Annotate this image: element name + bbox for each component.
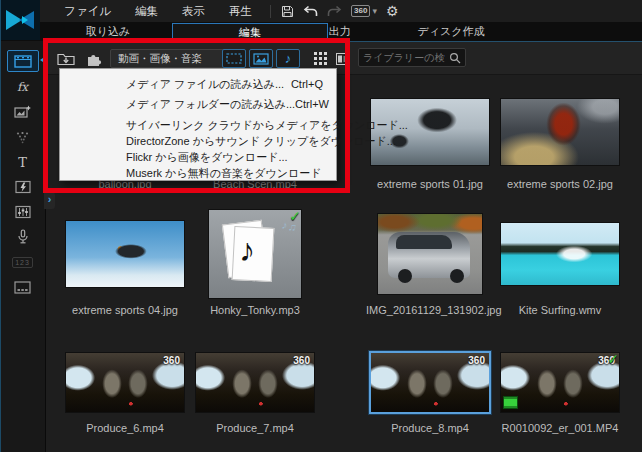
media-room-icon xyxy=(14,55,32,68)
media-thumbnail[interactable]: ♪ ♪♫ ✓ xyxy=(209,210,301,298)
photo-filter-icon xyxy=(253,53,269,65)
mode-360-dropdown[interactable]: 360 ▾ xyxy=(351,2,377,20)
media-item-label: extreme sports 04.jpg xyxy=(61,304,189,316)
media-thumbnail[interactable]: 360 xyxy=(196,353,314,412)
in-timeline-icon xyxy=(503,396,518,409)
powerdirector-logo xyxy=(0,0,40,40)
video-filter-icon xyxy=(226,53,242,64)
import-media-menu: メディア ファイルの読み込み... Ctrl+Q メディア フォルダーの読み込み… xyxy=(59,68,337,181)
chevron-down-icon: ▾ xyxy=(372,6,377,16)
media-item-selected[interactable]: 360 Produce_8.mp4 xyxy=(366,344,494,434)
media-item[interactable]: extreme sports 02.jpg xyxy=(496,88,624,190)
menu-item-download-from-flickr[interactable]: Flickr から画像をダウンロード... xyxy=(60,149,336,165)
grid-view-icon xyxy=(314,52,327,65)
title-T-icon: T xyxy=(18,155,27,170)
subtitle-icon xyxy=(14,281,31,294)
media-item[interactable]: extreme sports 04.jpg xyxy=(61,206,189,316)
check-icon: ✓ xyxy=(607,351,619,367)
music-note-icon: ♪ xyxy=(285,52,292,65)
tab-create-disc[interactable]: ディスク作成 xyxy=(392,23,510,40)
gear-icon[interactable]: ⚙ xyxy=(386,2,399,20)
save-icon[interactable] xyxy=(281,2,294,20)
media-item[interactable]: 360 Produce_6.mp4 xyxy=(61,344,189,434)
fx-icon: fx xyxy=(17,80,28,94)
media-thumbnail[interactable] xyxy=(501,223,619,285)
subtitle-room-button[interactable] xyxy=(8,277,38,297)
puzzle-piece-icon xyxy=(86,51,103,67)
filter-music-button[interactable]: ♪ xyxy=(276,49,300,68)
media-item-label: Produce_8.mp4 xyxy=(366,422,494,434)
media-item[interactable]: ♪ ♪♫ ✓ Honky_Tonky.mp3 xyxy=(191,206,319,316)
chapter-room-button[interactable]: 123 xyxy=(8,252,38,272)
module-tab-bar: 取り込み 編集 出力 ディスク作成 xyxy=(0,22,642,41)
pip-objects-room-button[interactable] xyxy=(8,102,38,122)
title-bar: ファイル 編集 表示 再生 360 ▾ ⚙ xyxy=(0,0,642,22)
filter-video-button[interactable] xyxy=(222,49,246,68)
media-item-label: extreme sports 02.jpg xyxy=(496,178,624,190)
badge-360: 360 xyxy=(163,355,180,366)
menu-item-download-from-muserk[interactable]: Muserk から無料の音楽をダウンロード xyxy=(60,165,336,181)
menu-play[interactable]: 再生 xyxy=(217,4,264,19)
badge-360: 360 xyxy=(293,355,310,366)
check-icon: ✓ xyxy=(289,208,301,224)
media-item-label: Produce_6.mp4 xyxy=(61,422,189,434)
room-sidebar: fx T xyxy=(0,41,46,452)
media-thumbnail[interactable]: 360 ✓ xyxy=(501,353,619,412)
filter-photo-button[interactable] xyxy=(249,49,273,68)
media-room-button[interactable] xyxy=(7,50,39,72)
toolbar-divider xyxy=(270,5,271,18)
media-thumbnail[interactable]: 360 xyxy=(371,353,489,412)
media-item[interactable]: IMG_20161129_131902.jpg xyxy=(366,206,494,316)
search-input[interactable] xyxy=(359,52,449,63)
audio-mixing-room-button[interactable] xyxy=(8,202,38,222)
particle-icon xyxy=(15,131,30,144)
menu-file[interactable]: ファイル xyxy=(52,4,123,19)
list-view-icon xyxy=(336,53,350,65)
badge-360: 360 xyxy=(468,355,485,366)
title-room-button[interactable]: T xyxy=(8,152,38,172)
transition-room-button[interactable] xyxy=(8,177,38,197)
menu-item-import-media-files[interactable]: メディア ファイルの読み込み... Ctrl+Q xyxy=(60,74,336,94)
pip-object-icon xyxy=(14,105,31,119)
plugins-button[interactable] xyxy=(83,49,105,68)
media-item[interactable]: 360 Produce_7.mp4 xyxy=(191,344,319,434)
music-note-icon: ♪ xyxy=(239,234,255,266)
menu-item-download-from-cyberlink-cloud[interactable]: サイバーリンク クラウドからメディアをダウンロード... xyxy=(60,117,336,133)
chapter-123-icon: 123 xyxy=(12,257,33,268)
search-icon[interactable] xyxy=(449,52,461,64)
media-item-label: R0010092_er_001.MP4 xyxy=(496,422,624,434)
import-media-button[interactable] xyxy=(55,49,77,68)
menu-bar: ファイル 編集 表示 再生 360 ▾ ⚙ xyxy=(52,0,399,22)
powerdirector-window: { "titlebar": { "menu_items": ["ファイル", "… xyxy=(0,0,642,452)
media-thumbnail[interactable] xyxy=(501,99,619,165)
menu-item-download-from-directorzone[interactable]: DirectorZone からサウンド クリップをダウンロード... xyxy=(60,133,336,149)
explorer-expand-chevron[interactable]: › xyxy=(44,192,55,209)
media-item-label: Kite Surfing.wmv xyxy=(496,304,624,316)
voiceover-room-button[interactable] xyxy=(8,227,38,247)
grid-view-button[interactable] xyxy=(311,49,329,68)
media-item-label: extreme sports 01.jpg xyxy=(366,178,494,190)
media-item-label: IMG_20161129_131902.jpg xyxy=(366,304,494,316)
audio-mixer-icon xyxy=(15,205,31,219)
import-folder-icon xyxy=(57,51,75,66)
microphone-icon xyxy=(16,229,30,245)
menu-view[interactable]: 表示 xyxy=(170,4,217,19)
menu-item-import-media-folder[interactable]: メディア フォルダーの読み込み... Ctrl+W xyxy=(60,94,336,114)
effect-room-button[interactable]: fx xyxy=(8,77,38,97)
minivan-shape xyxy=(388,232,470,278)
particle-room-button[interactable] xyxy=(8,127,38,147)
undo-icon[interactable] xyxy=(303,2,318,20)
media-item-label: Produce_7.mp4 xyxy=(191,422,319,434)
media-item[interactable]: 360 ✓ R0010092_er_001.MP4 xyxy=(496,344,624,434)
library-search-box[interactable] xyxy=(358,48,466,67)
media-item[interactable]: Kite Surfing.wmv xyxy=(496,206,624,316)
list-view-button[interactable] xyxy=(334,49,352,68)
media-thumbnail[interactable] xyxy=(378,214,482,294)
panel-collapse-arrow-icon[interactable] xyxy=(40,56,46,64)
media-thumbnail[interactable]: 360 xyxy=(66,353,184,412)
tab-capture[interactable]: 取り込み xyxy=(58,23,158,40)
menu-edit[interactable]: 編集 xyxy=(123,4,170,19)
redo-icon xyxy=(327,2,342,20)
tab-produce[interactable]: 出力 xyxy=(302,23,377,40)
media-thumbnail[interactable] xyxy=(66,221,184,287)
